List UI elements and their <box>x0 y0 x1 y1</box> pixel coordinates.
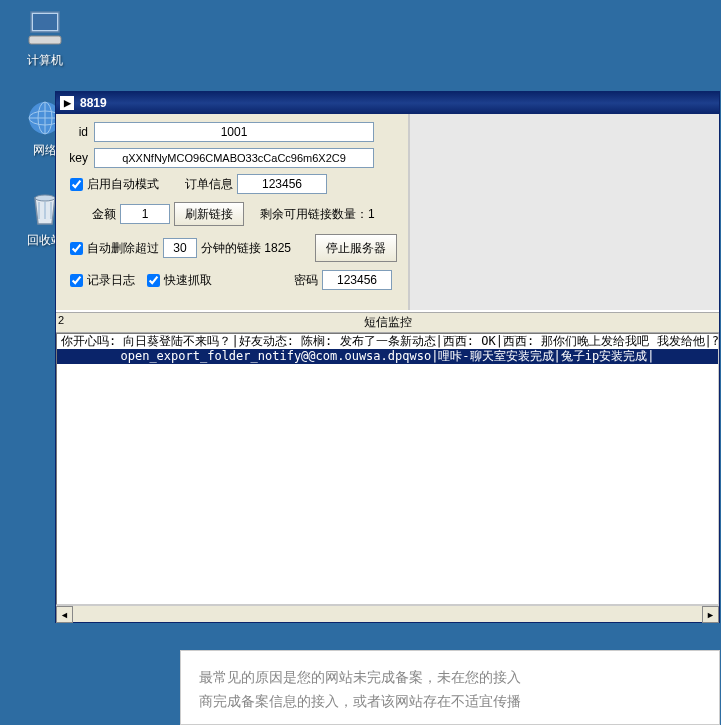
key-label: key <box>62 151 88 165</box>
icon-label: 计算机 <box>10 52 80 69</box>
log-checkbox[interactable] <box>70 274 83 287</box>
list-row-selected[interactable]: open_export_folder_notify@@com.ouwsa.dpq… <box>57 349 718 364</box>
auto-delete-label-prefix: 自动删除超过 <box>87 240 159 257</box>
password-label: 密码 <box>294 272 318 289</box>
sms-title: 短信监控 <box>364 315 412 329</box>
sms-panel: 2 短信监控 你开心吗: 向日葵登陆不来吗？|好友动态: 陈榈: 发布了一条新动… <box>56 310 719 622</box>
sms-title-bar: 2 短信监控 <box>56 312 719 333</box>
fast-label: 快速抓取 <box>164 272 212 289</box>
bottom-message-panel: 最常见的原因是您的网站未完成备案，未在您的接入 商完成备案信息的接入，或者该网站… <box>180 650 720 725</box>
config-panel: id key 启用自动模式 订单信息 金额 刷新链接 剩余可用链接数量：1 <box>56 114 410 310</box>
remaining-label: 剩余可用链接数量：1 <box>260 206 375 223</box>
auto-delete-minutes-input[interactable] <box>163 238 197 258</box>
password-input[interactable] <box>322 270 392 290</box>
svg-rect-2 <box>29 36 61 44</box>
list-row[interactable]: 你开心吗: 向日葵登陆不来吗？|好友动态: 陈榈: 发布了一条新动态|西西: O… <box>57 334 718 349</box>
id-input[interactable] <box>94 122 374 142</box>
sms-list[interactable]: 你开心吗: 向日葵登陆不来吗？|好友动态: 陈榈: 发布了一条新动态|西西: O… <box>56 333 719 605</box>
order-input[interactable] <box>237 174 327 194</box>
order-label: 订单信息 <box>185 176 233 193</box>
auto-mode-checkbox[interactable] <box>70 178 83 191</box>
scroll-left-button[interactable]: ◄ <box>56 606 73 623</box>
app-icon <box>60 96 74 110</box>
svg-point-6 <box>35 195 55 201</box>
bottom-line-1: 最常见的原因是您的网站未完成备案，未在您的接入 <box>199 665 701 689</box>
fast-checkbox[interactable] <box>147 274 160 287</box>
computer-icon <box>25 8 65 48</box>
stop-server-button[interactable]: 停止服务器 <box>315 234 397 262</box>
auto-delete-label-suffix: 分钟的链接 1825 <box>201 240 291 257</box>
bottom-line-2: 商完成备案信息的接入，或者该网站存在不适宜传播 <box>199 689 701 713</box>
window-title: 8819 <box>80 96 107 110</box>
tab-marker: 2 <box>58 314 64 326</box>
horizontal-scrollbar[interactable]: ◄ ► <box>56 605 719 622</box>
auto-delete-checkbox[interactable] <box>70 242 83 255</box>
desktop-icon-computer[interactable]: 计算机 <box>10 8 80 69</box>
svg-rect-1 <box>33 14 57 30</box>
refresh-link-button[interactable]: 刷新链接 <box>174 202 244 226</box>
id-label: id <box>62 125 88 139</box>
amount-input[interactable] <box>120 204 170 224</box>
titlebar[interactable]: 8819 <box>56 92 719 114</box>
scroll-right-button[interactable]: ► <box>702 606 719 623</box>
log-label: 记录日志 <box>87 272 135 289</box>
app-window: 8819 id key 启用自动模式 订单信息 金额 刷新链接 剩余 <box>55 91 720 623</box>
auto-mode-label: 启用自动模式 <box>87 176 159 193</box>
key-input[interactable] <box>94 148 374 168</box>
amount-label: 金额 <box>92 206 116 223</box>
config-right-blank <box>410 114 719 310</box>
